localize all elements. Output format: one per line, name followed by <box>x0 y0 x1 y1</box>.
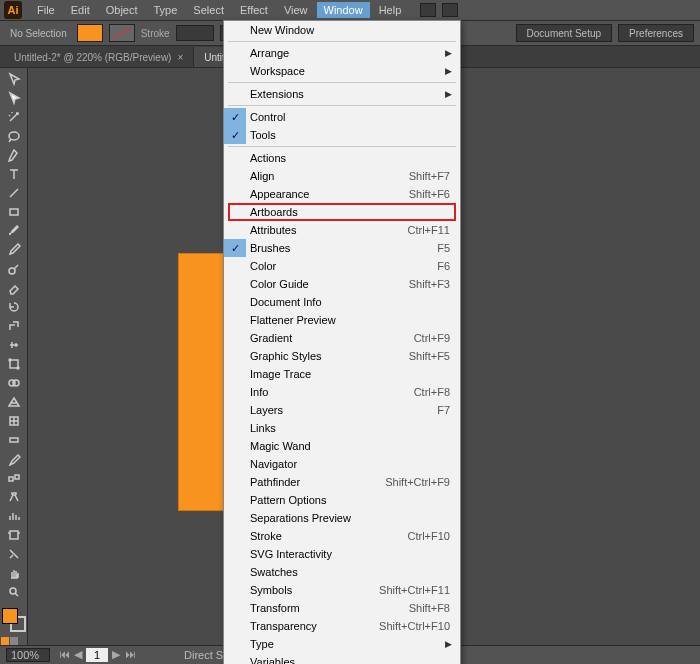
check-icon: ✓ <box>224 239 246 257</box>
menu-item-svg-interactivity[interactable]: SVG Interactivity <box>224 545 460 563</box>
menu-item-flattener-preview[interactable]: Flattener Preview <box>224 311 460 329</box>
menu-item-artboards[interactable]: Artboards <box>224 203 460 221</box>
menu-item-align[interactable]: AlignShift+F7 <box>224 167 460 185</box>
menu-item-label: Brushes <box>250 242 437 254</box>
mesh-tool[interactable] <box>2 412 26 430</box>
menu-item-symbols[interactable]: SymbolsShift+Ctrl+F11 <box>224 581 460 599</box>
menu-view[interactable]: View <box>277 2 315 18</box>
zoom-tool[interactable] <box>2 583 26 601</box>
artboard-number[interactable]: 1 <box>86 648 108 662</box>
menu-item-label: Image Trace <box>250 368 450 380</box>
menu-window[interactable]: Window <box>317 2 370 18</box>
menu-item-pattern-options[interactable]: Pattern Options <box>224 491 460 509</box>
menu-item-tools[interactable]: ✓Tools <box>224 126 460 144</box>
slice-tool[interactable] <box>2 545 26 563</box>
graph-tool[interactable] <box>2 507 26 525</box>
hand-tool[interactable] <box>2 564 26 582</box>
width-tool[interactable] <box>2 336 26 354</box>
rectangle-tool[interactable] <box>2 203 26 221</box>
menu-item-label: Control <box>250 111 450 123</box>
shape-builder-tool[interactable] <box>2 374 26 392</box>
selection-tool[interactable] <box>2 70 26 88</box>
menu-object[interactable]: Object <box>99 2 145 18</box>
menu-edit[interactable]: Edit <box>64 2 97 18</box>
menu-item-pathfinder[interactable]: PathfinderShift+Ctrl+F9 <box>224 473 460 491</box>
menu-item-color[interactable]: ColorF6 <box>224 257 460 275</box>
eraser-tool[interactable] <box>2 279 26 297</box>
menu-item-control[interactable]: ✓Control <box>224 108 460 126</box>
menu-item-stroke[interactable]: StrokeCtrl+F10 <box>224 527 460 545</box>
perspective-tool[interactable] <box>2 393 26 411</box>
menu-item-new-window[interactable]: New Window <box>224 21 460 39</box>
fill-color-swatch[interactable] <box>77 24 103 42</box>
line-tool[interactable] <box>2 184 26 202</box>
menu-item-label: Magic Wand <box>250 440 450 452</box>
menu-item-arrange[interactable]: Arrange▶ <box>224 44 460 62</box>
menu-file[interactable]: File <box>30 2 62 18</box>
menu-item-extensions[interactable]: Extensions▶ <box>224 85 460 103</box>
lasso-tool[interactable] <box>2 127 26 145</box>
menu-item-separations-preview[interactable]: Separations Preview <box>224 509 460 527</box>
menu-item-gradient[interactable]: GradientCtrl+F9 <box>224 329 460 347</box>
menu-item-variables[interactable]: Variables <box>224 653 460 664</box>
menu-item-magic-wand[interactable]: Magic Wand <box>224 437 460 455</box>
fill-stroke-picker[interactable] <box>2 608 26 630</box>
menu-item-layers[interactable]: LayersF7 <box>224 401 460 419</box>
menu-item-swatches[interactable]: Swatches <box>224 563 460 581</box>
document-setup-button[interactable]: Document Setup <box>516 24 613 42</box>
free-transform-tool[interactable] <box>2 355 26 373</box>
next-artboard-icon[interactable]: ▶ <box>110 648 122 660</box>
artboard-tool[interactable] <box>2 526 26 544</box>
paintbrush-tool[interactable] <box>2 222 26 240</box>
magic-wand-tool[interactable] <box>2 108 26 126</box>
menu-select[interactable]: Select <box>186 2 231 18</box>
blend-tool[interactable] <box>2 469 26 487</box>
menu-item-label: Pathfinder <box>250 476 385 488</box>
first-artboard-icon[interactable]: ⏮ <box>58 648 70 660</box>
shortcut-label: Ctrl+F9 <box>414 332 450 344</box>
zoom-level-input[interactable]: 100% <box>6 648 50 662</box>
prev-artboard-icon[interactable]: ◀ <box>72 648 84 660</box>
menu-help[interactable]: Help <box>372 2 409 18</box>
menu-item-brushes[interactable]: ✓BrushesF5 <box>224 239 460 257</box>
symbol-sprayer-tool[interactable] <box>2 488 26 506</box>
menu-item-appearance[interactable]: AppearanceShift+F6 <box>224 185 460 203</box>
menu-item-workspace[interactable]: Workspace▶ <box>224 62 460 80</box>
menu-item-graphic-styles[interactable]: Graphic StylesShift+F5 <box>224 347 460 365</box>
menu-item-links[interactable]: Links <box>224 419 460 437</box>
document-tab[interactable]: Untitled-2* @ 220% (RGB/Preview)× <box>4 47 194 67</box>
direct-selection-tool[interactable] <box>2 89 26 107</box>
rotate-tool[interactable] <box>2 298 26 316</box>
scale-tool[interactable] <box>2 317 26 335</box>
menu-effect[interactable]: Effect <box>233 2 275 18</box>
submenu-arrow-icon: ▶ <box>445 89 452 99</box>
stroke-color-swatch[interactable] <box>109 24 135 42</box>
menu-item-transform[interactable]: TransformShift+F8 <box>224 599 460 617</box>
menu-item-actions[interactable]: Actions <box>224 149 460 167</box>
pencil-tool[interactable] <box>2 241 26 259</box>
menu-item-image-trace[interactable]: Image Trace <box>224 365 460 383</box>
draw-mode-icons[interactable] <box>1 637 27 645</box>
menu-item-navigator[interactable]: Navigator <box>224 455 460 473</box>
gradient-tool[interactable] <box>2 431 26 449</box>
stroke-weight-input[interactable] <box>176 25 214 41</box>
menu-item-type[interactable]: Type▶ <box>224 635 460 653</box>
menu-item-color-guide[interactable]: Color GuideShift+F3 <box>224 275 460 293</box>
arrange-docs-icon[interactable] <box>442 3 458 17</box>
pen-tool[interactable] <box>2 146 26 164</box>
close-tab-icon[interactable]: × <box>177 52 183 63</box>
last-artboard-icon[interactable]: ⏭ <box>124 648 136 660</box>
bridge-icon[interactable] <box>420 3 436 17</box>
type-tool[interactable] <box>2 165 26 183</box>
menu-type[interactable]: Type <box>147 2 185 18</box>
selection-label: No Selection <box>6 28 71 39</box>
menu-item-transparency[interactable]: TransparencyShift+Ctrl+F10 <box>224 617 460 635</box>
menu-item-attributes[interactable]: AttributesCtrl+F11 <box>224 221 460 239</box>
menu-item-info[interactable]: InfoCtrl+F8 <box>224 383 460 401</box>
menu-item-document-info[interactable]: Document Info <box>224 293 460 311</box>
menu-item-label: Align <box>250 170 409 182</box>
eyedropper-tool[interactable] <box>2 450 26 468</box>
preferences-button[interactable]: Preferences <box>618 24 694 42</box>
app-logo-icon: Ai <box>4 1 22 19</box>
blob-brush-tool[interactable] <box>2 260 26 278</box>
